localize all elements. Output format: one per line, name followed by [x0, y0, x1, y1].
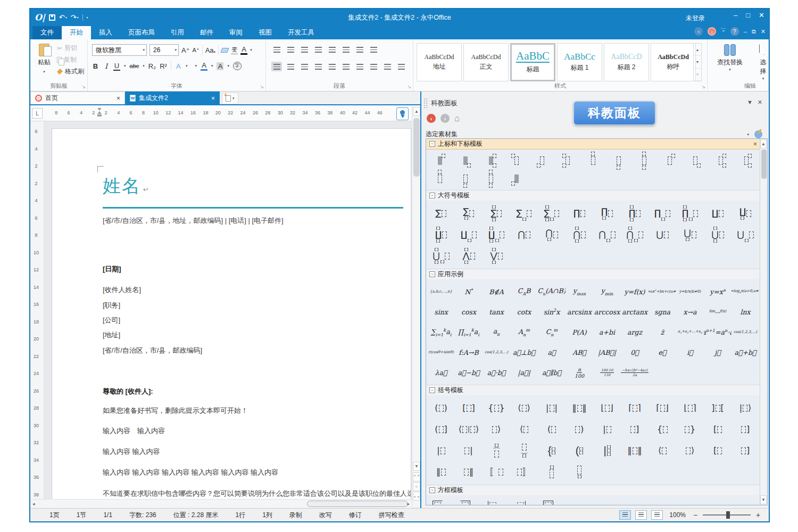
- box-template[interactable]: [488, 497, 498, 505]
- status-item-0[interactable]: 1页: [41, 511, 68, 519]
- formula-example[interactable]: argz: [621, 322, 649, 342]
- box-template[interactable]: [460, 497, 470, 505]
- section-close-icon[interactable]: ×: [753, 140, 757, 148]
- formula-example[interactable]: y=logax(a>0,a≠1): [732, 281, 759, 302]
- subscript-button[interactable]: R₂: [148, 62, 156, 70]
- help-icon[interactable]: ?: [730, 27, 739, 36]
- section-header-4[interactable]: −方框模板: [426, 485, 760, 495]
- formula-example[interactable]: y=xa: [704, 281, 732, 302]
- zoom-slider-handle[interactable]: [726, 511, 730, 519]
- tab-dev-tools[interactable]: 开发工具: [280, 26, 322, 39]
- box-template[interactable]: [543, 497, 553, 505]
- bullet-list-button[interactable]: [271, 45, 282, 54]
- tab-file[interactable]: 文件: [32, 26, 62, 39]
- bigop-template[interactable]: ⋂: [566, 224, 593, 245]
- bracket-template[interactable]: |⟩: [732, 397, 759, 419]
- show-marks-button[interactable]: [396, 62, 406, 71]
- font-size-select[interactable]: 26▾: [149, 44, 179, 56]
- bigop-template[interactable]: ∐: [483, 224, 510, 245]
- italic-button[interactable]: I: [103, 62, 110, 70]
- formula-example[interactable]: a⃗: [538, 342, 566, 362]
- cut-button[interactable]: ✂剪切: [57, 44, 84, 53]
- bracket-template[interactable]: [538, 461, 566, 483]
- v-ruler[interactable]: 6422468101214161820222426283032343638: [30, 121, 44, 508]
- panel-menu-icon[interactable]: ▼: [747, 99, 753, 105]
- bracket-template[interactable]: ⟨: [510, 419, 538, 440]
- font-color-button[interactable]: A: [201, 61, 207, 71]
- scroll-down-icon[interactable]: ▼: [413, 462, 420, 471]
- select-browse-object-icon[interactable]: ○: [413, 482, 420, 491]
- document-tab-0[interactable]: ⌂首页×: [30, 92, 125, 104]
- home-icon[interactable]: ⌂: [708, 27, 716, 36]
- bigop-template[interactable]: ∑: [510, 203, 538, 224]
- panel-scroll-down-icon[interactable]: ▼: [760, 495, 767, 504]
- formula-example[interactable]: a⃗⊥b⃗: [510, 342, 538, 362]
- bracket-template[interactable]: ⌈⌉: [621, 397, 649, 419]
- style-gallery-scroll[interactable]: ▲▼▿: [693, 43, 702, 81]
- status-item-6[interactable]: 1列: [254, 511, 281, 519]
- status-item-8[interactable]: 改写: [311, 511, 340, 519]
- bracket-template[interactable]: {}: [483, 397, 510, 419]
- change-case-button[interactable]: Aa▾: [205, 46, 215, 54]
- formula-example[interactable]: {a,b,c,…,n}: [427, 281, 455, 302]
- text-wrap-button[interactable]: [382, 62, 393, 71]
- bracket-template[interactable]: ][: [704, 397, 732, 419]
- formula-example[interactable]: cosx: [455, 302, 483, 322]
- collapse-icon[interactable]: −: [429, 271, 435, 277]
- strikethrough-button[interactable]: abc: [130, 63, 139, 69]
- font-dialog-launcher-icon[interactable]: ↘: [260, 84, 264, 89]
- supsub-template[interactable]: [657, 152, 683, 170]
- bracket-template[interactable]: 〚: [483, 461, 510, 483]
- close-button[interactable]: ✕: [759, 11, 764, 19]
- bigop-template[interactable]: ∑: [483, 203, 510, 224]
- formula-example[interactable]: 0⃗: [621, 342, 649, 362]
- bracket-template[interactable]: ): [566, 419, 593, 440]
- formula-example[interactable]: n100: [566, 362, 593, 383]
- formula-example[interactable]: N*: [455, 281, 483, 302]
- formula-example[interactable]: CAB: [510, 281, 538, 302]
- formula-example[interactable]: |a⃗|: [510, 362, 538, 383]
- supsub-template[interactable]: [504, 170, 529, 188]
- numbered-list-button[interactable]: [285, 45, 296, 54]
- bigop-template[interactable]: ⋃: [427, 245, 455, 267]
- location-pin-button[interactable]: [396, 107, 409, 120]
- formula-example[interactable]: sin2x: [538, 302, 566, 322]
- supsub-template[interactable]: [708, 152, 734, 170]
- supsub-template[interactable]: [683, 152, 708, 170]
- formula-example[interactable]: limx→af(x): [704, 302, 732, 322]
- bracket-template[interactable]: |: [427, 440, 455, 461]
- bracket-template[interactable]: ‖‖: [621, 440, 649, 461]
- section-header-0[interactable]: −上标和下标模板×: [426, 139, 760, 149]
- bracket-template[interactable]: ⌊⌉: [676, 397, 704, 419]
- status-item-10[interactable]: 拼写检查: [370, 511, 413, 519]
- collapse-icon[interactable]: −: [429, 193, 435, 198]
- bigop-template[interactable]: ∐: [455, 224, 483, 245]
- panel-scroll-up-icon[interactable]: ▲: [760, 139, 767, 148]
- vertical-scrollbar[interactable]: ▲ ▼ ⌃⌃ ○ ⌄⌄: [412, 106, 420, 508]
- settings-tool-icon[interactable]: [754, 130, 762, 138]
- bracket-template[interactable]: {: [649, 419, 676, 440]
- collapse-ribbon-icon[interactable]: ⌃: [721, 28, 725, 35]
- scroll-up-icon[interactable]: ▲: [413, 107, 420, 116]
- formula-example[interactable]: cos(1,2,3,…): [732, 322, 759, 342]
- tab-references[interactable]: 引用: [163, 26, 192, 39]
- font-family-select[interactable]: 微软雅黑▾: [92, 44, 147, 56]
- formula-example[interactable]: lnx: [732, 302, 759, 322]
- bigop-template[interactable]: ∐: [732, 203, 759, 224]
- supsub-template[interactable]: [555, 152, 580, 170]
- formula-example[interactable]: a⃗∥b⃗: [538, 362, 566, 383]
- align-center-button[interactable]: [285, 62, 296, 71]
- bracket-template[interactable]: (]: [427, 419, 455, 440]
- panel-forward-icon[interactable]: ›: [440, 114, 450, 123]
- bigop-template[interactable]: ∐: [704, 203, 732, 224]
- formula-example[interactable]: y=ax2+bx+c(a≠0): [649, 281, 676, 302]
- formula-example[interactable]: a⃗·b⃗: [483, 362, 510, 383]
- shrink-font-button[interactable]: A⁺: [193, 47, 200, 54]
- chevron-down-icon[interactable]: ▾: [747, 132, 749, 137]
- bracket-template[interactable]: [: [704, 419, 732, 440]
- status-item-5[interactable]: 1行: [227, 511, 254, 519]
- collapse-icon[interactable]: −: [429, 141, 435, 147]
- bracket-template[interactable]: [566, 461, 593, 483]
- bracket-template[interactable]: |: [455, 440, 483, 461]
- underline-button[interactable]: U: [113, 62, 120, 71]
